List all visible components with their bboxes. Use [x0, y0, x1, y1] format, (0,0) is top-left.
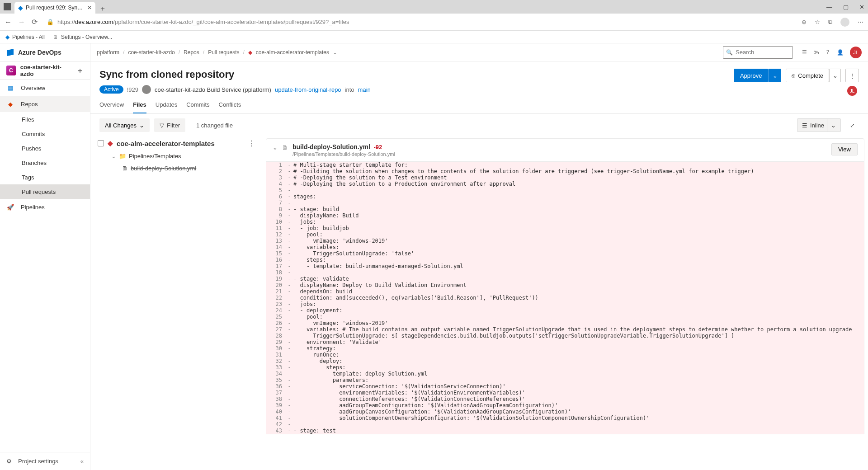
code-line: 6-stages: [266, 193, 864, 200]
approve-dropdown[interactable]: ⌄ [768, 69, 781, 82]
code-line: 5- [266, 187, 864, 193]
diff-file-path: /Pipelines/Templates/build-deploy-Soluti… [292, 151, 395, 157]
user-settings-icon[interactable]: 👤 [837, 49, 844, 56]
chevron-down-icon[interactable]: ⌄ [333, 49, 337, 56]
repos-icon: ◆ [6, 101, 14, 108]
nav-pull-requests[interactable]: Pull requests [0, 184, 90, 199]
tab-title: Pull request 929: Sync from clon... [26, 5, 85, 11]
filter-button[interactable]: ▽Filter [154, 118, 185, 132]
nav-repos[interactable]: ◆Repos [0, 96, 90, 112]
code-line: 10- jobs: [266, 219, 864, 225]
new-tab-button[interactable]: ＋ [99, 4, 106, 14]
refresh-button[interactable]: ⟳ [32, 18, 38, 26]
nav-commits[interactable]: Commits [0, 127, 90, 141]
inline-icon: ☰ [802, 122, 807, 129]
repo-name: coe-alm-accelerator-templates [117, 140, 215, 147]
approve-button[interactable]: Approve [734, 69, 768, 82]
bookmark-pipelines[interactable]: ◆ Pipelines - All [5, 34, 45, 40]
browser-tab[interactable]: ◆ Pull request 929: Sync from clon... ✕ [14, 2, 95, 14]
favorite-icon[interactable]: ☆ [815, 19, 820, 25]
crumb-prs[interactable]: Pull requests [208, 49, 239, 56]
tree-folder[interactable]: ⌄ 📁 Pipelines/Templates [96, 150, 257, 162]
devops-favicon: ◆ [18, 4, 23, 11]
nav-pipelines[interactable]: 🚀Pipelines [0, 199, 90, 215]
crumb-repos[interactable]: Repos [184, 49, 199, 56]
source-branch-link[interactable]: update-from-original-repo [275, 86, 341, 93]
tab-overview[interactable]: Overview [99, 101, 124, 113]
url-input[interactable]: 🔒 https://dev.azure.com/pplatform/coe-st… [44, 19, 795, 25]
browser-menu-icon[interactable]: ⋯ [858, 19, 863, 25]
nav-files[interactable]: Files [0, 112, 90, 127]
marketplace-icon[interactable]: 🛍 [813, 49, 819, 56]
tree-file[interactable]: 🗎 build-deploy-Solution.yml [96, 162, 257, 174]
profile-icon[interactable] [840, 18, 849, 27]
forward-button[interactable]: → [18, 18, 25, 26]
code-line: 41- solutionComponentOwnershipConfigurat… [266, 415, 864, 421]
bookmark-settings[interactable]: 🗎 Settings - Overview... [53, 34, 112, 40]
code-line: 26- vmImage: 'windows-2019' [266, 320, 864, 326]
code-line: 4-# -Deploying the solution to a Product… [266, 181, 864, 187]
code-line: 13- vmImage: 'windows-2019' [266, 238, 864, 244]
crumb-org[interactable]: pplatform [97, 49, 119, 56]
pipelines-icon: ◆ [5, 34, 9, 40]
collapse-file-icon[interactable]: ⌄ [273, 144, 278, 151]
tree-more-icon[interactable]: ⋮ [248, 139, 255, 147]
target-branch-link[interactable]: main [358, 86, 371, 93]
project-avatar: C [6, 66, 16, 75]
search-box[interactable]: 🔍 [723, 46, 793, 59]
content-split: ◆ coe-alm-accelerator-templates ⋮ ⌄ 📁 Pi… [90, 136, 868, 470]
app-icon [4, 3, 11, 10]
list-icon[interactable]: ☰ [802, 49, 807, 56]
reviewer-avatar[interactable]: JL [847, 86, 857, 96]
new-item-button[interactable]: ＋ [76, 66, 84, 75]
crumb-repo[interactable]: coe-alm-accelerator-templates [256, 49, 329, 56]
code-line: 2-# -Building the solution when changes … [266, 168, 864, 174]
search-input[interactable] [736, 49, 790, 56]
code-line: 21- dependsOn: build [266, 288, 864, 295]
fullscreen-button[interactable]: ⤢ [845, 118, 859, 132]
repo-icon: ◆ [108, 139, 113, 147]
minimize-button[interactable]: — [826, 4, 832, 10]
filter-icon: ▽ [160, 122, 164, 129]
close-tab-icon[interactable]: ✕ [87, 5, 92, 11]
nav-pushes[interactable]: Pushes [0, 141, 90, 155]
tab-commits[interactable]: Commits [186, 101, 209, 113]
collections-icon[interactable]: ⧉ [828, 19, 832, 26]
view-mode-dropdown[interactable]: ☰ Inline ⌄ [797, 118, 841, 132]
code-line: 39- aadGroupTeamConfiguration: '$(Valida… [266, 402, 864, 409]
code-line: 40- aadGroupCanvasConfiguration: '$(Vali… [266, 409, 864, 415]
code-line: 24- - deployment: [266, 307, 864, 314]
nav-branches[interactable]: Branches [0, 155, 90, 170]
files-toolbar: All Changes⌄ ▽Filter 1 changed file ☰ In… [90, 114, 868, 136]
help-icon[interactable]: ？ [825, 48, 830, 56]
crumb-project[interactable]: coe-starter-kit-azdo [128, 49, 175, 56]
nav-overview[interactable]: ▦Overview [0, 80, 90, 96]
code-line: 1-# Multi-stage starter template for: [266, 162, 864, 168]
azure-devops-logo [6, 48, 14, 56]
brand-link[interactable]: Azure DevOps [0, 43, 90, 61]
close-window-button[interactable]: ✕ [859, 4, 864, 10]
all-changes-dropdown[interactable]: All Changes⌄ [99, 118, 150, 132]
more-actions-button[interactable]: ⋮ [845, 69, 859, 82]
user-avatar[interactable]: JL [850, 47, 862, 58]
complete-dropdown[interactable]: ⌄ [829, 69, 841, 82]
code-line: 34- - template: deploy-Solution.yml [266, 371, 864, 377]
tree-root[interactable]: ◆ coe-alm-accelerator-templates ⋮ [96, 136, 257, 150]
code-line: 20- displayName: Deploy to Build Validat… [266, 282, 864, 288]
main-area: pplatform/ coe-starter-kit-azdo/ Repos/ … [90, 43, 868, 470]
view-file-button[interactable]: View [831, 143, 858, 155]
tab-files[interactable]: Files [133, 101, 146, 113]
code-line: 31- runOnce: [266, 352, 864, 358]
back-button[interactable]: ← [5, 18, 12, 26]
reader-icon[interactable]: ⊕ [802, 19, 807, 25]
tab-updates[interactable]: Updates [156, 101, 177, 113]
project-settings-link[interactable]: ⚙ Project settings « [0, 452, 90, 470]
file-name: build-deploy-Solution.yml [131, 165, 196, 172]
tab-conflicts[interactable]: Conflicts [219, 101, 241, 113]
root-checkbox[interactable] [98, 140, 104, 146]
maximize-button[interactable]: ▢ [843, 4, 849, 10]
nav-tags[interactable]: Tags [0, 170, 90, 184]
collapse-sidebar-icon[interactable]: « [80, 458, 84, 465]
project-selector[interactable]: C coe-starter-kit-azdo ＋ [0, 61, 90, 80]
complete-button[interactable]: ⎋Complete [786, 69, 829, 82]
